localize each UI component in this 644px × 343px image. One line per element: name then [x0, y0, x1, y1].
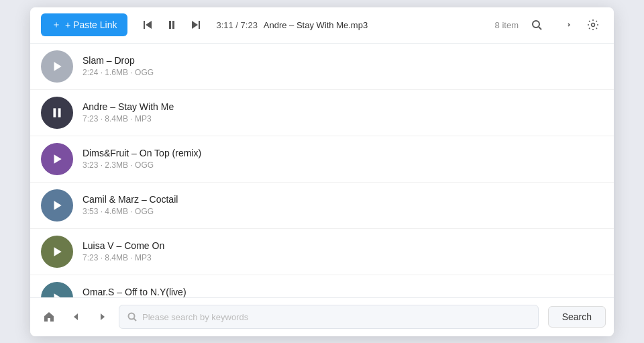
- svg-marker-1: [146, 21, 152, 29]
- track-info: Andre – Stay With Me 7:23 · 8.4MB · MP3: [83, 101, 603, 124]
- paste-link-button[interactable]: ＋ + Paste Link: [41, 13, 127, 36]
- search-container: [119, 305, 539, 329]
- track-item[interactable]: Dims&Fruit – On Top (remix) 3:23 · 2.3MB…: [30, 136, 614, 183]
- item-count: 8 item: [495, 20, 519, 30]
- svg-rect-11: [58, 108, 61, 117]
- track-avatar: [41, 97, 73, 129]
- search-input[interactable]: [142, 312, 530, 322]
- track-list: Slam – Drop 2:24 · 1.6MB · OGG Andre – S…: [30, 44, 614, 297]
- sort-button[interactable]: [555, 15, 575, 35]
- svg-marker-16: [74, 313, 78, 320]
- prev-button[interactable]: [138, 15, 157, 34]
- back-button[interactable]: [65, 306, 87, 328]
- svg-marker-14: [54, 247, 62, 256]
- svg-rect-0: [144, 21, 145, 29]
- transport-controls: [138, 15, 205, 34]
- svg-point-8: [592, 23, 595, 27]
- svg-point-18: [129, 313, 135, 320]
- search-icon: [127, 312, 137, 322]
- time-display: 3:11 / 7:23: [216, 20, 257, 30]
- svg-point-6: [533, 21, 539, 28]
- toolbar: ＋ + Paste Link 3:11 / 7:23 Andre – Stay …: [30, 7, 614, 44]
- search-toggle-button[interactable]: [527, 15, 547, 35]
- home-button[interactable]: [38, 306, 60, 328]
- app-window: ＋ + Paste Link 3:11 / 7:23 Andre – Stay …: [30, 7, 614, 336]
- track-title: Omar.S – Off to N.Y(live): [83, 287, 603, 297]
- svg-rect-10: [53, 108, 56, 117]
- track-title: Dims&Fruit – On Top (remix): [83, 148, 603, 158]
- forward-button[interactable]: [92, 306, 113, 328]
- track-title: Camil & Marz – Coctail: [83, 194, 603, 205]
- svg-marker-15: [54, 293, 62, 297]
- track-info: Camil & Marz – Coctail 3:53 · 4.6MB · OG…: [83, 194, 603, 216]
- svg-marker-12: [54, 154, 62, 163]
- settings-button[interactable]: [583, 15, 603, 35]
- track-avatar: [41, 189, 73, 222]
- track-info: Slam – Drop 2:24 · 1.6MB · OGG: [83, 55, 603, 77]
- svg-marker-5: [192, 21, 198, 29]
- track-avatar: [41, 236, 73, 268]
- track-item[interactable]: Andre – Stay With Me 7:23 · 8.4MB · MP3: [30, 90, 614, 136]
- now-playing: 3:11 / 7:23 Andre – Stay With Me.mp3: [216, 20, 486, 30]
- paste-link-label: + Paste Link: [65, 19, 117, 30]
- track-avatar: [41, 50, 73, 83]
- track-info: Omar.S – Off to N.Y(live) 4:53 · 4.4MB ·…: [83, 287, 603, 297]
- track-avatar: [41, 143, 73, 175]
- svg-marker-9: [54, 62, 62, 70]
- svg-rect-3: [172, 21, 174, 29]
- track-meta: 7:23 · 8.4MB · MP3: [83, 114, 603, 124]
- track-title: Slam – Drop: [83, 55, 603, 66]
- svg-line-19: [134, 319, 137, 322]
- track-title: Andre – Stay With Me: [83, 101, 603, 112]
- svg-rect-2: [169, 21, 171, 29]
- footer: Search: [30, 297, 614, 336]
- track-item[interactable]: Omar.S – Off to N.Y(live) 4:53 · 4.4MB ·…: [30, 275, 614, 297]
- svg-line-7: [539, 27, 541, 30]
- track-title: Luisa V – Come On: [83, 240, 603, 251]
- track-item[interactable]: Luisa V – Come On 7:23 · 8.4MB · MP3: [30, 229, 614, 275]
- svg-marker-17: [101, 313, 105, 320]
- svg-rect-4: [199, 21, 200, 29]
- search-button[interactable]: Search: [548, 306, 606, 328]
- next-button[interactable]: [186, 15, 205, 34]
- pause-button[interactable]: [162, 15, 181, 34]
- plus-icon: ＋: [52, 19, 61, 31]
- track-info: Luisa V – Come On 7:23 · 8.4MB · MP3: [83, 240, 603, 262]
- track-meta: 7:23 · 8.4MB · MP3: [83, 253, 603, 262]
- track-title-display: Andre – Stay With Me.mp3: [264, 20, 368, 30]
- track-meta: 3:53 · 4.6MB · OGG: [83, 207, 603, 216]
- track-item[interactable]: Camil & Marz – Coctail 3:53 · 4.6MB · OG…: [30, 183, 614, 229]
- track-avatar: [41, 282, 73, 297]
- track-item[interactable]: Slam – Drop 2:24 · 1.6MB · OGG: [30, 44, 614, 90]
- toolbar-right: 8 item: [495, 15, 603, 35]
- track-meta: 2:24 · 1.6MB · OGG: [83, 68, 603, 77]
- track-info: Dims&Fruit – On Top (remix) 3:23 · 2.3MB…: [83, 148, 603, 170]
- svg-marker-13: [54, 201, 62, 209]
- track-meta: 3:23 · 2.3MB · OGG: [83, 160, 603, 170]
